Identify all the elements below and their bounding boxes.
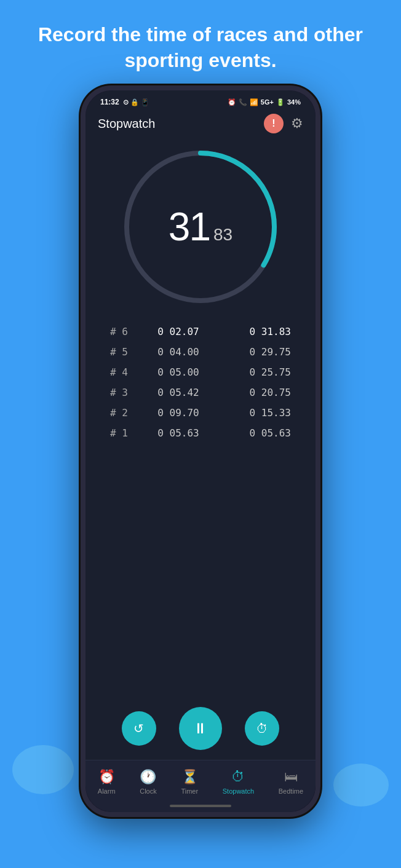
app-bar: Stopwatch ! ⚙	[85, 109, 316, 141]
lap-row: # 2 0 09.70 0 15.33	[104, 403, 297, 423]
alert-icon[interactable]: !	[264, 114, 284, 133]
lap-num: # 1	[110, 427, 141, 439]
header-text: Record the time of races and other sport…	[0, 0, 401, 85]
nav-item-timer[interactable]: ⏳ Timer	[176, 767, 203, 797]
lap-icon: ⏱	[256, 722, 268, 736]
lap-num: # 2	[110, 407, 141, 419]
pause-button[interactable]: ⏸	[179, 707, 222, 750]
bedtime-nav-label: Bedtime	[279, 787, 303, 795]
timer-area: 31 83 # 6 0 02.07 0 31.83 # 5 0 04.00 0 …	[85, 141, 316, 695]
stopwatch-nav-label: Stopwatch	[223, 787, 254, 795]
signal-status: 5G+	[261, 98, 274, 106]
alarm-status-icon: ⏰	[228, 98, 236, 106]
controls: ↺ ⏸ ⏱	[85, 695, 316, 760]
timer-sub: 83	[213, 225, 232, 245]
bedtime-nav-icon: 🛏	[284, 769, 298, 785]
lap-row: # 4 0 05.00 0 25.75	[104, 362, 297, 382]
lap-num: # 5	[110, 346, 141, 358]
lap-split: 0 05.00	[141, 366, 216, 378]
lap-split: 0 04.00	[141, 346, 216, 358]
lap-split: 0 09.70	[141, 407, 216, 419]
lap-row: # 5 0 04.00 0 29.75	[104, 342, 297, 362]
clock-nav-label: Clock	[140, 787, 157, 795]
nav-item-bedtime[interactable]: 🛏 Bedtime	[274, 767, 308, 797]
lap-row: # 1 0 05.63 0 05.63	[104, 423, 297, 443]
lap-button[interactable]: ⏱	[245, 711, 279, 746]
home-indicator	[85, 800, 316, 812]
status-icons: ⊙ 🔒 📱	[123, 98, 149, 106]
lap-row: # 3 0 05.42 0 20.75	[104, 382, 297, 403]
lap-num: # 4	[110, 366, 141, 378]
reset-icon: ↺	[133, 721, 144, 736]
alarm-nav-label: Alarm	[98, 787, 116, 795]
lap-total: 0 05.63	[216, 427, 291, 439]
timer-main: 31	[169, 204, 210, 250]
lap-total: 0 25.75	[216, 366, 291, 378]
phone-status-icon: 📞	[239, 98, 247, 106]
bottom-nav: ⏰ Alarm 🕐 Clock ⏳ Timer ⏱ Stopwatch 🛏	[85, 760, 316, 800]
timer-nav-label: Timer	[181, 787, 198, 795]
status-time: 11:32	[100, 98, 119, 106]
lap-num: # 6	[110, 326, 141, 337]
nav-item-alarm[interactable]: ⏰ Alarm	[93, 767, 121, 797]
reset-button[interactable]: ↺	[122, 711, 156, 746]
timer-nav-icon: ⏳	[181, 769, 198, 785]
wifi-status-icon: 📶	[250, 98, 258, 106]
lap-total: 0 29.75	[216, 346, 291, 358]
lap-split: 0 05.42	[141, 387, 216, 398]
lap-total: 0 20.75	[216, 387, 291, 398]
app-title: Stopwatch	[98, 117, 155, 131]
lap-row: # 6 0 02.07 0 31.83	[104, 322, 297, 342]
lap-total: 0 15.33	[216, 407, 291, 419]
home-bar	[170, 805, 231, 807]
alarm-nav-icon: ⏰	[98, 769, 115, 785]
phone-frame: 11:32 ⊙ 🔒 📱 ⏰ 📞 📶 5G+ 🔋 34% Stopwatch !	[81, 85, 320, 817]
nav-item-clock[interactable]: 🕐 Clock	[135, 767, 162, 797]
battery-pct: 34%	[287, 98, 301, 106]
stopwatch-nav-icon: ⏱	[231, 769, 245, 785]
pause-icon: ⏸	[193, 720, 208, 737]
nav-item-stopwatch[interactable]: ⏱ Stopwatch	[218, 767, 259, 797]
lap-total: 0 31.83	[216, 326, 291, 337]
lap-list: # 6 0 02.07 0 31.83 # 5 0 04.00 0 29.75 …	[85, 307, 316, 449]
battery-status-icon: 🔋	[276, 98, 285, 106]
status-bar: 11:32 ⊙ 🔒 📱 ⏰ 📞 📶 5G+ 🔋 34%	[85, 90, 316, 109]
clock-nav-icon: 🕐	[140, 769, 156, 785]
timer-circle: 31 83	[121, 147, 280, 307]
lap-split: 0 05.63	[141, 427, 216, 439]
lap-num: # 3	[110, 387, 141, 398]
lap-split: 0 02.07	[141, 326, 216, 337]
gear-icon[interactable]: ⚙	[291, 116, 303, 132]
